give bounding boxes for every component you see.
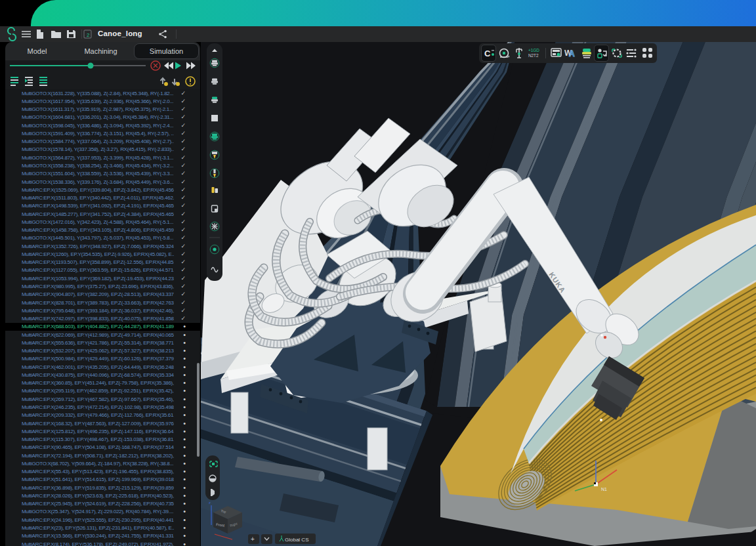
svg-text:A: A [569,49,575,58]
svg-text:C: C [484,49,491,58]
svg-text:N1: N1 [601,487,607,492]
svg-text:N2T2: N2T2 [528,53,539,58]
svg-text:Global CS: Global CS [285,537,308,543]
svg-text:z: z [209,501,211,505]
svg-text:2: 2 [87,32,90,38]
svg-text:+: + [251,536,255,543]
svg-text:+1GD: +1GD [528,48,539,52]
